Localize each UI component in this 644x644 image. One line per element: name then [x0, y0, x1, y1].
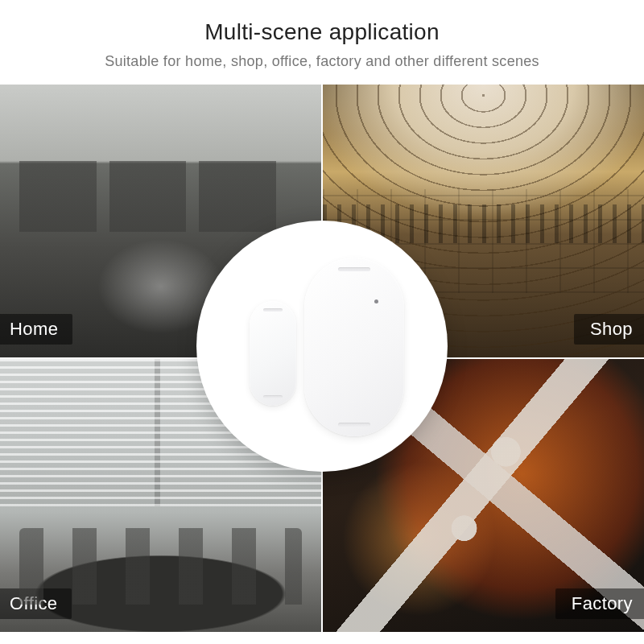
header: Multi-scene application Suitable for hom…: [0, 0, 644, 85]
scene-label-home: Home: [0, 314, 72, 345]
scene-label-shop: Shop: [574, 314, 644, 345]
product-badge: [196, 221, 448, 472]
sensor-body-icon: [304, 258, 404, 436]
page-subtitle: Suitable for home, shop, office, factory…: [16, 53, 628, 70]
scene-label-office: Office: [0, 588, 72, 619]
sensor-magnet-icon: [250, 301, 296, 406]
sensor-led-icon: [374, 299, 378, 303]
page-title: Multi-scene application: [16, 19, 628, 45]
scene-label-factory: Factory: [555, 588, 644, 619]
